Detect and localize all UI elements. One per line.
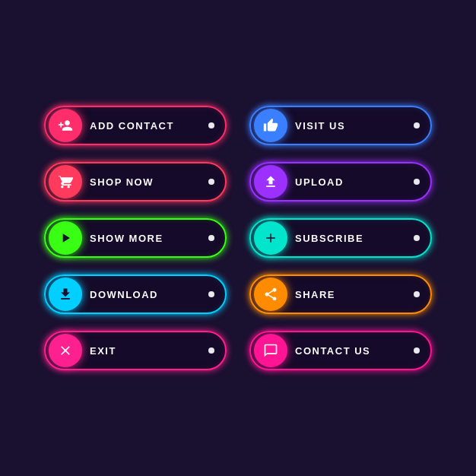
thumb-up-icon: [254, 109, 287, 142]
share-button[interactable]: SHARE: [249, 274, 432, 314]
dot-exit: [208, 347, 214, 354]
upload-button[interactable]: UPLOAD: [249, 162, 432, 202]
dot-show-more: [208, 235, 214, 241]
cart-icon: [49, 165, 82, 198]
dot-upload: [414, 179, 420, 185]
show-more-label: SHOW MORE: [90, 233, 208, 244]
person-add-icon: [49, 109, 82, 142]
dot-share: [414, 291, 420, 297]
dot-download: [208, 291, 214, 297]
share-icon: [254, 278, 287, 311]
subscribe-label: SUBSCRIBE: [295, 233, 414, 244]
dot-subscribe: [414, 235, 420, 241]
dot-visit-us: [414, 122, 420, 129]
chat-icon: [254, 334, 287, 367]
shop-now-button[interactable]: SHOP NOW: [44, 162, 227, 202]
add-contact-label: ADD CONTACT: [90, 120, 208, 132]
exit-label: EXIT: [90, 345, 208, 357]
play-icon: [49, 221, 82, 255]
exit-button[interactable]: EXIT: [44, 331, 227, 370]
dot-contact-us: [414, 347, 420, 354]
add-contact-button[interactable]: ADD CONTACT: [44, 106, 227, 145]
contact-us-label: CONTACT US: [295, 345, 414, 357]
plus-icon: [254, 221, 287, 255]
upload-label: UPLOAD: [295, 176, 414, 188]
download-button[interactable]: DOWNLOAD: [44, 274, 227, 314]
show-more-button[interactable]: SHOW MORE: [44, 218, 227, 258]
share-label: SHARE: [295, 289, 414, 300]
visit-us-label: VISIT US: [295, 120, 414, 132]
download-icon: [49, 278, 82, 311]
download-label: DOWNLOAD: [90, 289, 208, 300]
dot-shop-now: [208, 179, 214, 185]
upload-icon: [254, 165, 287, 198]
contact-us-button[interactable]: CONTACT US: [249, 331, 432, 370]
visit-us-button[interactable]: VISIT US: [249, 106, 432, 145]
dot-add-contact: [208, 122, 214, 129]
shop-now-label: SHOP NOW: [90, 176, 208, 188]
button-grid: ADD CONTACT VISIT US SHOP NOW UPLOAD SHO…: [21, 83, 455, 393]
close-icon: [49, 334, 82, 367]
subscribe-button[interactable]: SUBSCRIBE: [249, 218, 432, 258]
